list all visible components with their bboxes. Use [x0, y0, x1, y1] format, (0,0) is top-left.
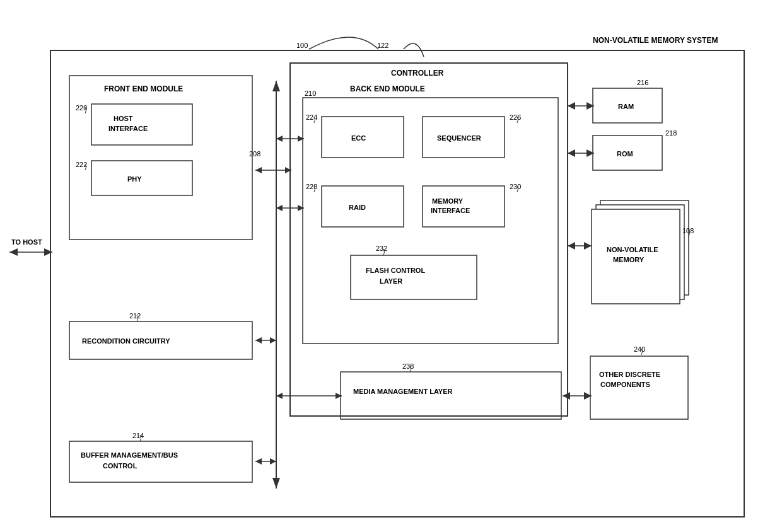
- raid-label: RAID: [349, 204, 366, 211]
- label-210: 210: [305, 90, 316, 97]
- other-discrete-label2: COMPONENTS: [600, 381, 650, 388]
- memory-interface-label1: MEMORY: [432, 197, 464, 205]
- label-230: 230: [510, 183, 521, 190]
- label-228: 228: [306, 183, 317, 190]
- label-214: 214: [132, 432, 144, 439]
- label-212: 212: [129, 312, 141, 320]
- to-host-label: TO HOST: [11, 238, 42, 246]
- flash-control-label1: FLASH CONTROL: [366, 267, 425, 274]
- back-end-label: BACK END MODULE: [350, 84, 425, 93]
- nvm-label2: MEMORY: [613, 256, 645, 263]
- front-end-label: FRONT END MODULE: [104, 84, 183, 93]
- buffer-mgmt-label2: CONTROL: [103, 462, 137, 470]
- label-208: 208: [249, 150, 260, 158]
- label-240: 240: [634, 345, 645, 353]
- media-mgmt-label1: MEDIA MANAGEMENT LAYER: [353, 388, 453, 395]
- label-100: 100: [296, 42, 308, 49]
- label-216: 216: [637, 79, 648, 86]
- host-interface-label1: HOST: [114, 115, 133, 122]
- host-interface-label2: INTERFACE: [108, 125, 148, 132]
- label-226: 226: [510, 113, 521, 121]
- buffer-mgmt-label1: BUFFER MANAGEMENT/BUS: [81, 451, 178, 459]
- recondition-label: RECONDITION CIRCUITRY: [82, 337, 170, 345]
- memory-interface-label2: INTERFACE: [431, 207, 470, 214]
- ram-label: RAM: [618, 103, 634, 110]
- label-224: 224: [306, 113, 317, 121]
- label-218: 218: [665, 129, 677, 137]
- controller-label: CONTROLLER: [391, 69, 444, 78]
- label-108: 108: [682, 227, 694, 234]
- phy-label: PHY: [127, 175, 142, 183]
- label-232: 232: [376, 245, 387, 252]
- label-238: 238: [402, 362, 414, 370]
- nvm-label1: NON-VOLATILE: [607, 246, 658, 253]
- sequencer-label: SEQUENCER: [437, 134, 481, 142]
- title-label: NON-VOLATILE MEMORY SYSTEM: [593, 36, 718, 45]
- flash-control-label2: LAYER: [380, 277, 402, 285]
- label-122: 122: [377, 42, 388, 49]
- diagram-container: NON-VOLATILE MEMORY SYSTEM 100 122 CONTR…: [0, 0, 782, 532]
- other-discrete-label1: OTHER DISCRETE: [599, 371, 660, 378]
- rom-label: ROM: [617, 150, 633, 158]
- ecc-label: ECC: [351, 134, 366, 142]
